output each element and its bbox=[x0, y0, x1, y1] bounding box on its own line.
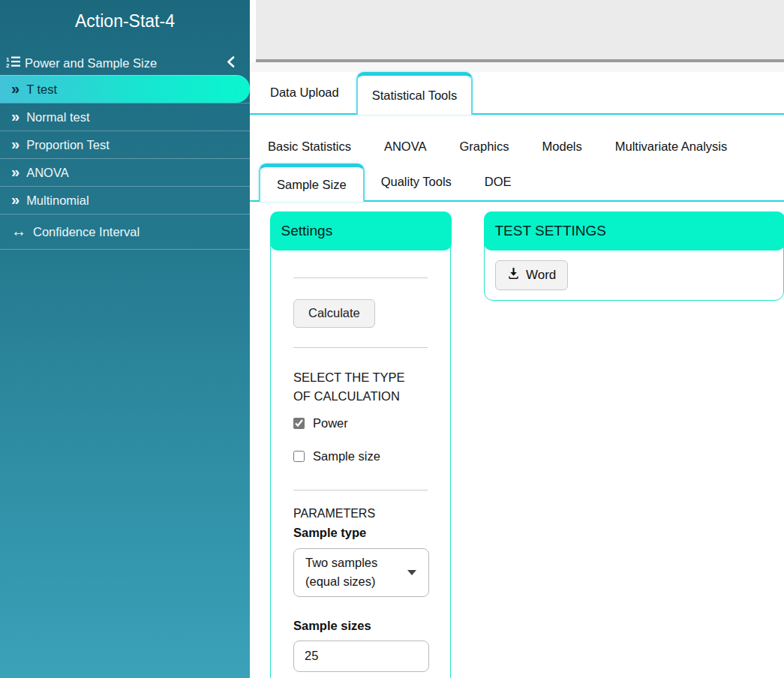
word-download-button[interactable]: Word bbox=[495, 260, 568, 290]
power-checkbox[interactable] bbox=[293, 418, 305, 429]
test-settings-panel-title: TEST SETTINGS bbox=[495, 223, 607, 239]
sample-type-select[interactable]: Two samples (equal sizes) bbox=[293, 548, 429, 597]
sidebar-item-label: Confidence Interval bbox=[33, 225, 140, 239]
sample-sizes-label: Sample sizes bbox=[293, 619, 428, 634]
secondary-tab-bar: Basic Statistics ANOVA Graphics Models M… bbox=[250, 129, 784, 164]
settings-panel-body: Calculate SELECT THE TYPE OF CALCULATION… bbox=[271, 278, 450, 672]
settings-panel-header: Settings bbox=[270, 212, 452, 250]
tab-statistical-tools[interactable]: Statistical Tools bbox=[356, 72, 473, 115]
angle-double-right-icon: » bbox=[11, 192, 20, 207]
word-button-label: Word bbox=[526, 268, 556, 283]
sidebar-menu-header[interactable]: 1 2 Power and Sample Size bbox=[0, 55, 250, 71]
sample-size-checkbox-label: Sample size bbox=[313, 449, 380, 464]
tab-quality-tools[interactable]: Quality Tools bbox=[365, 164, 468, 200]
top-header-bar bbox=[256, 0, 784, 62]
test-settings-panel-body: Word bbox=[485, 250, 783, 300]
sample-size-checkbox-row[interactable]: Sample size bbox=[293, 448, 428, 465]
sidebar-item-label: ANOVA bbox=[26, 166, 69, 180]
angle-double-right-icon: » bbox=[11, 81, 20, 96]
chevron-left-icon[interactable] bbox=[227, 56, 235, 70]
power-checkbox-label: Power bbox=[313, 416, 348, 430]
header-substrip bbox=[250, 62, 784, 72]
panels-area: Settings Calculate SELECT THE TYPE OF CA… bbox=[250, 212, 784, 678]
sample-type-selected-value: Two samples (equal sizes) bbox=[305, 554, 391, 591]
tab-data-upload[interactable]: Data Upload bbox=[256, 72, 353, 113]
angle-double-right-icon: » bbox=[11, 136, 20, 152]
tab-doe[interactable]: DOE bbox=[468, 164, 528, 200]
list-ol-icon: 1 2 bbox=[6, 56, 20, 70]
divider bbox=[293, 490, 428, 490]
sample-type-label: Sample type bbox=[293, 526, 428, 541]
tab-models[interactable]: Models bbox=[526, 140, 599, 154]
power-checkbox-row[interactable]: Power bbox=[293, 416, 428, 432]
arrows-horizontal-icon: ↔ bbox=[11, 224, 26, 238]
sidebar: Action-Stat-4 1 2 Power and Sample Size … bbox=[0, 0, 250, 678]
sidebar-item-label: T test bbox=[26, 82, 57, 97]
calculation-type-heading: SELECT THE TYPE OF CALCULATION bbox=[293, 368, 422, 406]
tab-multivariate-analysis[interactable]: Multivariate Analysis bbox=[599, 140, 743, 154]
tab-basic-statistics[interactable]: Basic Statistics bbox=[251, 140, 368, 154]
divider bbox=[293, 347, 428, 348]
sidebar-menu-label: Power and Sample Size bbox=[25, 56, 227, 70]
sidebar-item-label: Proportion Test bbox=[26, 138, 110, 152]
nav-divider bbox=[0, 249, 250, 250]
sidebar-item-label: Multinomial bbox=[26, 194, 89, 208]
app-title: Action-Stat-4 bbox=[0, 0, 250, 32]
tab-sample-size[interactable]: Sample Size bbox=[259, 164, 365, 202]
sidebar-item-confidence-interval[interactable]: ↔ Confidence Interval bbox=[0, 214, 250, 249]
sidebar-item-normal-test[interactable]: » Normal test bbox=[0, 103, 250, 130]
calculate-button[interactable]: Calculate bbox=[293, 299, 375, 328]
sidebar-item-anova[interactable]: » ANOVA bbox=[0, 158, 250, 186]
sidebar-item-multinomial[interactable]: » Multinomial bbox=[0, 186, 250, 214]
settings-panel-title: Settings bbox=[281, 223, 333, 239]
sidebar-nav: » T test » Normal test » Proportion Test… bbox=[0, 75, 250, 250]
sidebar-item-proportion-test[interactable]: » Proportion Test bbox=[0, 130, 250, 158]
divider bbox=[293, 278, 428, 278]
main-content: Data Upload Statistical Tools Basic Stat… bbox=[250, 0, 784, 678]
angle-double-right-icon: » bbox=[11, 164, 20, 179]
tertiary-tab-bar: Sample Size Quality Tools DOE bbox=[250, 164, 784, 202]
svg-text:2: 2 bbox=[6, 62, 10, 68]
sample-sizes-input[interactable] bbox=[293, 640, 429, 672]
tab-graphics[interactable]: Graphics bbox=[443, 140, 526, 154]
settings-panel: Settings Calculate SELECT THE TYPE OF CA… bbox=[270, 212, 451, 678]
download-icon bbox=[507, 267, 520, 284]
test-settings-panel: TEST SETTINGS Word bbox=[484, 212, 784, 301]
caret-down-icon bbox=[407, 570, 416, 575]
app-window: Action-Stat-4 1 2 Power and Sample Size … bbox=[0, 0, 784, 678]
primary-tab-bar: Data Upload Statistical Tools bbox=[250, 72, 784, 115]
parameters-heading: PARAMETERS bbox=[293, 507, 428, 522]
test-settings-panel-header: TEST SETTINGS bbox=[484, 212, 784, 250]
tab-anova[interactable]: ANOVA bbox=[368, 140, 443, 154]
sample-size-checkbox[interactable] bbox=[293, 451, 305, 462]
angle-double-right-icon: » bbox=[11, 109, 20, 124]
sidebar-item-label: Normal test bbox=[26, 110, 89, 124]
sidebar-item-t-test[interactable]: » T test bbox=[0, 75, 250, 103]
